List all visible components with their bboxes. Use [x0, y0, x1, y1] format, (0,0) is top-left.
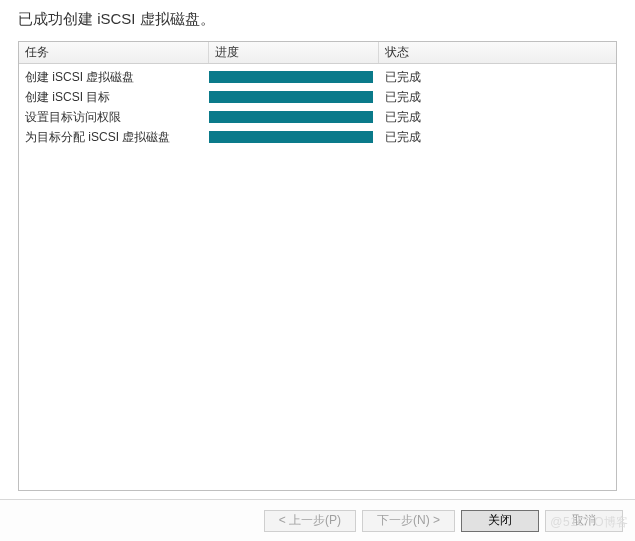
- page-title: 已成功创建 iSCSI 虚拟磁盘。: [0, 0, 635, 41]
- task-name: 创建 iSCSI 目标: [19, 89, 209, 106]
- task-status: 已完成: [379, 109, 616, 126]
- button-bar: < 上一步(P) 下一步(N) > 关闭 取消: [0, 499, 635, 541]
- results-panel: 任务 进度 状态 创建 iSCSI 虚拟磁盘 已完成 创建 iSCSI 目标 已…: [18, 41, 617, 491]
- task-progress: [209, 91, 379, 103]
- task-status: 已完成: [379, 69, 616, 86]
- column-header-task[interactable]: 任务: [19, 42, 209, 63]
- column-header-progress[interactable]: 进度: [209, 42, 379, 63]
- next-button: 下一步(N) >: [362, 510, 455, 532]
- task-progress: [209, 111, 379, 123]
- task-status: 已完成: [379, 129, 616, 146]
- progress-bar: [209, 131, 373, 143]
- task-progress: [209, 131, 379, 143]
- close-button[interactable]: 关闭: [461, 510, 539, 532]
- task-row: 创建 iSCSI 虚拟磁盘 已完成: [19, 67, 616, 87]
- cancel-button: 取消: [545, 510, 623, 532]
- task-progress: [209, 71, 379, 83]
- table-header: 任务 进度 状态: [19, 42, 616, 64]
- progress-bar: [209, 71, 373, 83]
- task-row: 创建 iSCSI 目标 已完成: [19, 87, 616, 107]
- task-status: 已完成: [379, 89, 616, 106]
- previous-button: < 上一步(P): [264, 510, 356, 532]
- task-name: 创建 iSCSI 虚拟磁盘: [19, 69, 209, 86]
- task-list: 创建 iSCSI 虚拟磁盘 已完成 创建 iSCSI 目标 已完成 设置目标访问…: [19, 64, 616, 150]
- progress-bar: [209, 91, 373, 103]
- task-name: 为目标分配 iSCSI 虚拟磁盘: [19, 129, 209, 146]
- progress-bar: [209, 111, 373, 123]
- task-row: 设置目标访问权限 已完成: [19, 107, 616, 127]
- task-row: 为目标分配 iSCSI 虚拟磁盘 已完成: [19, 127, 616, 147]
- column-header-status[interactable]: 状态: [379, 42, 616, 63]
- task-name: 设置目标访问权限: [19, 109, 209, 126]
